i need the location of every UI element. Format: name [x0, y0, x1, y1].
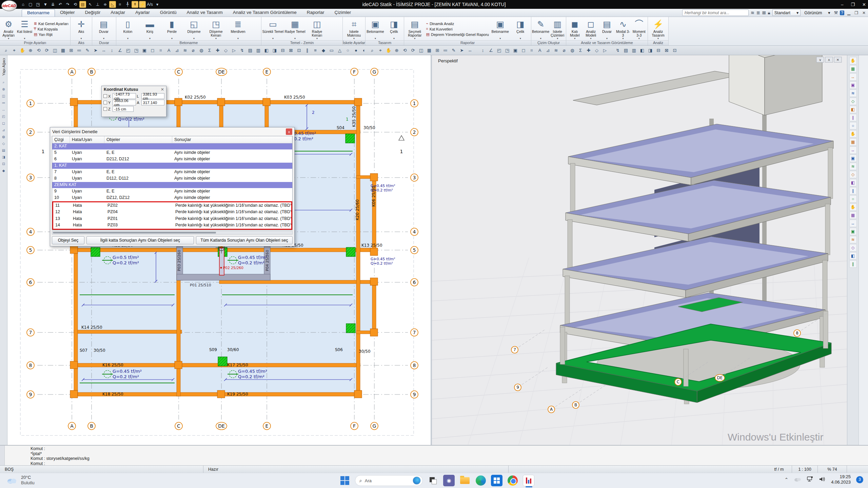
redo-icon[interactable]: ↷: [64, 1, 71, 8]
left-tool-icon-2[interactable]: ⊕: [1, 86, 6, 92]
tool-icon-5[interactable]: ⟲: [35, 47, 43, 54]
left-tool-icon-14[interactable]: ◆: [1, 168, 6, 173]
ribbon-item-kat-listesi[interactable]: ☰Kat listesi▾: [17, 18, 32, 40]
tool-icon-20[interactable]: ⌗: [157, 47, 165, 54]
tool-icon-61[interactable]: ◰: [495, 47, 503, 54]
right-tool-icon-24[interactable]: ◇: [849, 244, 857, 251]
left-tool-icon-9[interactable]: ◍: [1, 134, 6, 139]
ribbon-item-kolon[interactable]: ▯Kolon▾: [117, 18, 139, 40]
select-icon[interactable]: ↖: [87, 1, 94, 8]
column-header-hata-uyar[interactable]: Hata/Uyarı: [70, 136, 104, 143]
tool-icon-59[interactable]: ↕: [479, 47, 487, 54]
table-row[interactable]: 11HataPZ02Perde kalınlığı kat yüksekliği…: [53, 202, 291, 209]
left-tool-icon-1[interactable]: ⌕: [1, 80, 6, 85]
render-settings-icon[interactable]: ⚒: [834, 10, 838, 15]
ribbon-item-betonarme[interactable]: ▣Betonarme▾: [490, 18, 510, 40]
tool-icon-18[interactable]: ▣: [140, 47, 149, 54]
left-tool-icon-11[interactable]: ▤: [1, 147, 6, 153]
status-scale[interactable]: 1 : 100: [792, 466, 818, 473]
child-restore-button[interactable]: ❐: [853, 11, 859, 15]
x-checkbox[interactable]: [103, 94, 107, 98]
lock-icon[interactable]: 🔒︎: [768, 10, 770, 16]
right-tool-icon-15[interactable]: ◇: [849, 171, 857, 178]
ribbon-item-radye-temel[interactable]: ▦Radye Temel▾: [284, 18, 306, 40]
tool-icon-71[interactable]: Σ: [576, 47, 585, 54]
taskbar-search[interactable]: ⌕ Ara: [355, 475, 423, 486]
tool-icon-63[interactable]: ▣: [511, 47, 519, 54]
ribbon-item-betonarme[interactable]: ▣Betonarme▾: [366, 18, 384, 40]
column-header-sonu-lar[interactable]: Sonuçlar: [172, 136, 292, 143]
tab-analiz-ve-tasar-m-g-r-nt-leme[interactable]: Analiz ve Tasarım Görüntüleme: [228, 9, 302, 17]
y-checkbox[interactable]: [103, 101, 107, 104]
plan-viewport[interactable]: K02 25/50K03 25/50K11 25/50K12 25/50K13 …: [7, 55, 431, 445]
data-check-close-button[interactable]: x: [286, 128, 292, 135]
tool-icon-58[interactable]: ↔: [466, 47, 474, 54]
tool-icon-46[interactable]: ⌕: [368, 47, 376, 54]
tool-icon-22[interactable]: ⊿: [173, 47, 181, 54]
tool-icon-70[interactable]: ◍: [568, 47, 576, 54]
left-tool-icon-12[interactable]: ◨: [1, 154, 6, 160]
tool-icon-8[interactable]: ▦: [59, 47, 67, 54]
floor-plan-drawing[interactable]: K02 25/50K03 25/50K11 25/50K12 25/50K13 …: [7, 55, 431, 445]
onedrive-icon[interactable]: [794, 477, 801, 483]
tool-icon-39[interactable]: ≡: [311, 47, 319, 54]
tool-icon-31[interactable]: ▤: [246, 47, 254, 54]
perspective-3d-view[interactable]: 79ABCDE8Perspektif∨∧✕Windows'u Etkinleşt…: [432, 55, 847, 445]
tool-icon-9[interactable]: ⊞: [67, 47, 75, 54]
right-tool-icon-9[interactable]: ○: [849, 122, 857, 129]
ribbon-item-modal-3-3[interactable]: ∿Modal 3-3▾: [615, 18, 631, 40]
tool-icon-79[interactable]: ◨: [646, 47, 654, 54]
column-header-izgi[interactable]: Çizgi: [52, 136, 70, 143]
tool-icon-68[interactable]: ≋: [552, 47, 560, 54]
table-row[interactable]: 5UyarıE, EAynı isimde objeler: [52, 149, 292, 156]
tool-icon-27[interactable]: ✚: [214, 47, 222, 54]
right-tool-icon-17[interactable]: ∥: [849, 187, 857, 195]
tool-icon-19[interactable]: ◻: [149, 47, 157, 54]
snap-grid-icon[interactable]: ⌗: [117, 1, 123, 8]
tool-icon-3[interactable]: ✋: [18, 47, 26, 54]
right-tool-icon-23[interactable]: ≋: [849, 236, 857, 243]
idecad-logo-icon[interactable]: ideCAD: [1, 0, 17, 11]
network-icon[interactable]: [807, 476, 813, 483]
tool-icon-37[interactable]: ⊡: [295, 47, 303, 54]
tool-icon-49[interactable]: ⊕: [393, 47, 401, 54]
ribbon-item-se-meli-raporlar[interactable]: ▤Seçmeli Raporlar▾: [405, 18, 425, 40]
home-icon[interactable]: ⌂: [20, 1, 26, 8]
save-icon[interactable]: ▼: [42, 1, 49, 8]
tool-icon-21[interactable]: A: [165, 47, 173, 54]
tool-icon-10[interactable]: ≔: [75, 47, 83, 54]
z-input[interactable]: -15 cm: [113, 106, 134, 112]
tab-analiz-ve-tasar-m[interactable]: Analiz ve Tasarım: [181, 9, 228, 17]
select-same-all-stories-button[interactable]: Tüm Katlarda Sonuçları Aynı Olan Objeler…: [196, 236, 293, 244]
ribbon-item-deprem-y-netmeli-i-genel-raporu[interactable]: ▤Deprem Yönetmeliği Genel Raporu: [426, 32, 489, 37]
weather-widget[interactable]: 20°CBulutlu: [6, 475, 35, 486]
tool-icon-7[interactable]: ◫: [51, 47, 59, 54]
tool-icon-28[interactable]: ◇: [222, 47, 230, 54]
tool-icon-2[interactable]: ⌖: [10, 47, 18, 54]
new-file-icon[interactable]: ▢: [27, 1, 34, 8]
ribbon-item-kat-kuvvetleri[interactable]: ⌗Kat Kuvvetleri: [426, 27, 489, 31]
tool-icon-33[interactable]: ◧: [262, 47, 271, 54]
left-tool-icon-5[interactable]: ↔: [1, 107, 6, 112]
tool-icon-40[interactable]: ◆: [319, 47, 328, 54]
table-row[interactable]: 7UyarıE, EAynı isimde objeler: [52, 169, 292, 176]
child-close-button[interactable]: ✕: [861, 11, 867, 15]
autosave-icon[interactable]: A/s: [146, 1, 153, 8]
child-minimize-button[interactable]: ▁: [846, 11, 851, 15]
right-tool-icon-16[interactable]: ◧: [849, 179, 857, 186]
tool-icon-80[interactable]: ⊟: [654, 47, 663, 54]
table-row[interactable]: 13HataPZ01Perde kalınlığı kat yüksekliği…: [53, 216, 291, 222]
quick-analysis-icon[interactable]: ⚡: [139, 1, 146, 8]
coordinate-dialog-close-icon[interactable]: ✕: [161, 87, 164, 92]
status-unit[interactable]: tf / m: [766, 466, 792, 473]
tool-icon-56[interactable]: ✎: [450, 47, 458, 54]
tool-icon-17[interactable]: ◳: [132, 47, 140, 54]
table-row[interactable]: 9UyarıE, EAynı isimde objeler: [52, 188, 292, 195]
tool-icon-16[interactable]: ◰: [124, 47, 132, 54]
notification-badge[interactable]: 3: [856, 476, 863, 483]
tool-icon-77[interactable]: ▥: [630, 47, 638, 54]
selection-filter-icon[interactable]: ⊠: [762, 10, 766, 15]
tool-icon-48[interactable]: ✋: [384, 47, 393, 54]
left-tool-icon-3[interactable]: ◫: [1, 93, 6, 99]
tool-icon-66[interactable]: A: [536, 47, 544, 54]
